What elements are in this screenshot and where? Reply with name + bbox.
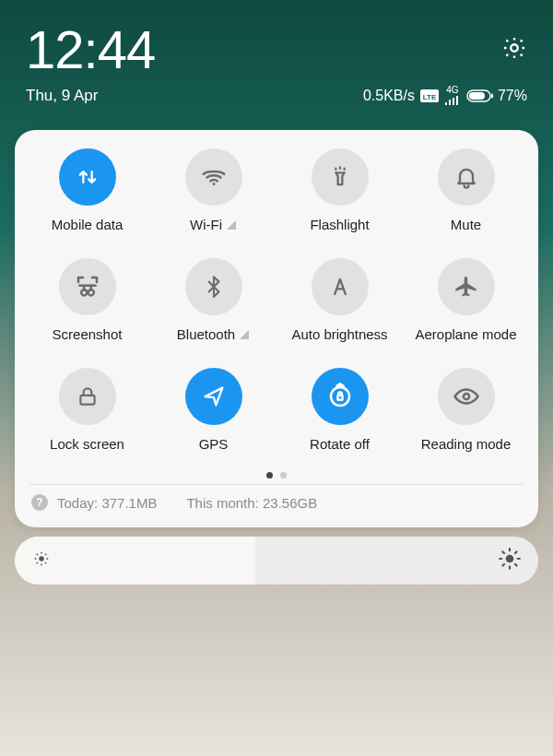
tile-bluetooth[interactable]: Bluetooth: [152, 258, 275, 342]
svg-rect-4: [469, 92, 485, 100]
rotate-lock-icon: [312, 368, 369, 425]
signal-triangle-icon: [226, 219, 237, 230]
signal-triangle-icon: [239, 329, 250, 340]
svg-point-17: [47, 558, 49, 560]
svg-point-22: [506, 555, 514, 563]
pager-dot: [266, 472, 273, 478]
tile-label: Mobile data: [52, 217, 124, 232]
mobile-network-icon: 4G: [444, 86, 461, 106]
settings-gear-icon[interactable]: [501, 35, 527, 65]
tile-label: Rotate off: [310, 436, 370, 452]
tile-flashlight[interactable]: Flashlight: [278, 148, 401, 232]
tile-label: Flashlight: [310, 217, 369, 232]
tile-label: Aeroplane mode: [415, 326, 516, 342]
tile-auto-brightness[interactable]: Auto brightness: [278, 258, 401, 342]
svg-rect-5: [491, 94, 493, 99]
usage-month: This month: 23.56GB: [186, 495, 317, 511]
svg-point-21: [45, 562, 47, 564]
volte-icon: LTE: [420, 89, 439, 102]
tile-aeroplane-mode[interactable]: Aeroplane mode: [405, 258, 527, 342]
battery-icon: 77%: [466, 88, 527, 104]
tile-rotate[interactable]: Rotate off: [278, 368, 401, 452]
svg-point-14: [41, 552, 42, 554]
svg-point-0: [511, 44, 517, 51]
brightness-slider[interactable]: [15, 537, 538, 585]
tile-gps[interactable]: GPS: [152, 368, 275, 452]
bluetooth-icon: [185, 258, 242, 315]
tile-screenshot[interactable]: Screenshot: [26, 258, 148, 342]
flashlight-icon: [312, 148, 369, 206]
divider: [29, 484, 524, 485]
tile-lock-screen[interactable]: Lock screen: [26, 368, 148, 452]
wifi-icon: [185, 148, 242, 206]
svg-rect-9: [80, 396, 94, 405]
eye-icon: [438, 368, 495, 425]
status-header: 12:44 Thu, 9 Apr 0.5KB/s LTE 4G 77%: [0, 0, 553, 117]
brightness-high-icon: [498, 547, 522, 574]
screenshot-icon: [59, 258, 116, 315]
tile-label: Wi-Fi: [190, 217, 237, 232]
clock-time: 12:44: [26, 18, 155, 80]
svg-point-12: [463, 394, 468, 399]
svg-point-19: [45, 554, 47, 556]
date-text: Thu, 9 Apr: [26, 87, 98, 105]
aeroplane-icon: [438, 258, 495, 315]
location-arrow-icon: [185, 368, 242, 425]
network-speed: 0.5KB/s: [363, 88, 415, 104]
status-bar: 0.5KB/s LTE 4G 77%: [363, 86, 527, 106]
quick-settings-panel: Mobile data Wi-Fi Flashlight Mute: [15, 130, 538, 527]
battery-percent: 77%: [498, 88, 527, 104]
svg-point-6: [212, 183, 215, 185]
svg-point-16: [35, 558, 37, 560]
mobile-data-icon: [59, 148, 116, 206]
tile-wifi[interactable]: Wi-Fi: [152, 148, 275, 232]
lock-icon: [59, 368, 116, 425]
bell-icon: [438, 148, 495, 206]
tile-label: Bluetooth: [177, 326, 250, 342]
auto-brightness-icon: [312, 258, 369, 315]
svg-point-13: [39, 556, 44, 561]
svg-point-20: [37, 562, 39, 564]
data-usage-row[interactable]: ? Today: 377.1MB This month: 23.56GB: [26, 494, 527, 516]
svg-text:LTE: LTE: [423, 93, 437, 101]
svg-point-15: [41, 564, 42, 566]
svg-point-18: [37, 554, 39, 556]
tile-reading-mode[interactable]: Reading mode: [405, 368, 527, 452]
help-icon: ?: [31, 494, 48, 511]
tile-label: GPS: [199, 436, 229, 452]
tile-label: Auto brightness: [291, 326, 387, 342]
tile-label: Reading mode: [421, 436, 512, 452]
tile-label: Lock screen: [50, 436, 124, 452]
usage-today: Today: 377.1MB: [57, 495, 157, 511]
tile-label: Mute: [451, 217, 481, 232]
pager-dot: [280, 472, 287, 478]
tile-mobile-data[interactable]: Mobile data: [26, 148, 148, 232]
tile-label: Screenshot: [53, 326, 123, 342]
page-indicator[interactable]: [26, 472, 527, 478]
tile-mute[interactable]: Mute: [405, 148, 527, 232]
